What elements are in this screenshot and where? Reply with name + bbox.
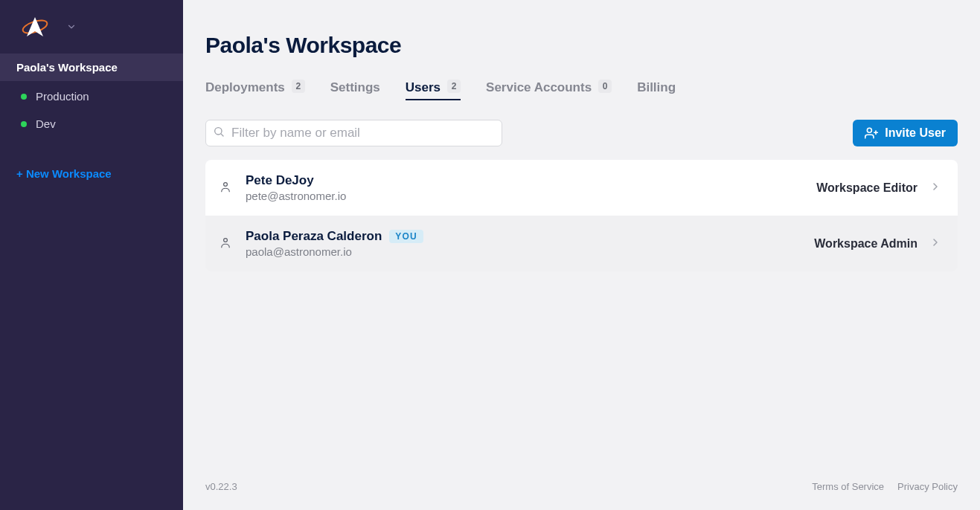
- sidebar-item-workspace[interactable]: Paola's Workspace: [0, 54, 183, 81]
- sidebar-item-production[interactable]: Production: [0, 83, 183, 110]
- user-text: Paola Peraza Calderon YOU paola@astronom…: [246, 229, 423, 258]
- sidebar-item-label: Dev: [36, 117, 56, 130]
- user-role: Workspace Admin: [814, 237, 917, 251]
- svg-point-6: [224, 182, 228, 186]
- sidebar-item-dev[interactable]: Dev: [0, 110, 183, 138]
- user-row-left: Paola Peraza Calderon YOU paola@astronom…: [219, 229, 423, 258]
- action-row: Invite User: [205, 120, 958, 146]
- user-email: paola@astronomer.io: [246, 245, 423, 258]
- you-badge: YOU: [389, 230, 423, 243]
- sidebar-item-label: Paola's Workspace: [16, 61, 118, 74]
- svg-line-2: [221, 134, 223, 136]
- user-row[interactable]: Paola Peraza Calderon YOU paola@astronom…: [205, 216, 958, 271]
- tab-deployments[interactable]: Deployments 2: [205, 80, 305, 100]
- user-text: Pete DeJoy pete@astronomer.io: [246, 173, 346, 202]
- tab-count-badge: 2: [292, 80, 305, 93]
- sidebar-nav: Paola's Workspace Production Dev + New W…: [0, 54, 183, 190]
- user-name: Paola Peraza Calderon: [246, 229, 382, 244]
- tab-label: Deployments: [205, 81, 285, 94]
- user-icon: [219, 180, 232, 196]
- tab-count-badge: 2: [447, 80, 461, 93]
- invite-user-button[interactable]: Invite User: [853, 120, 958, 146]
- footer-link-terms[interactable]: Terms of Service: [812, 481, 884, 492]
- tab-count-badge: 0: [598, 80, 612, 93]
- tab-users[interactable]: Users 2: [406, 80, 461, 100]
- user-icon: [219, 236, 232, 252]
- svg-point-3: [868, 128, 872, 132]
- chevron-down-icon: [66, 22, 77, 32]
- chevron-right-icon: [929, 236, 941, 251]
- tab-service-accounts[interactable]: Service Accounts 0: [486, 80, 612, 100]
- user-row[interactable]: Pete DeJoy pete@astronomer.io Workspace …: [205, 160, 958, 216]
- user-plus-icon: [865, 126, 878, 140]
- new-workspace-label: + New Workspace: [16, 167, 112, 180]
- footer-links: Terms of Service Privacy Policy: [812, 481, 958, 492]
- sidebar: Paola's Workspace Production Dev + New W…: [0, 0, 183, 510]
- page-title: Paola's Workspace: [205, 33, 958, 58]
- sidebar-header: [0, 0, 183, 54]
- user-name: Pete DeJoy: [246, 173, 314, 188]
- tab-settings[interactable]: Settings: [330, 81, 380, 100]
- search-wrapper: [205, 120, 502, 146]
- user-email: pete@astronomer.io: [246, 190, 346, 202]
- org-switcher-dropdown[interactable]: [61, 16, 82, 37]
- new-workspace-button[interactable]: + New Workspace: [0, 157, 183, 190]
- user-row-left: Pete DeJoy pete@astronomer.io: [219, 173, 346, 202]
- sidebar-item-label: Production: [36, 90, 89, 103]
- svg-point-7: [224, 238, 228, 242]
- search-input[interactable]: [205, 120, 502, 146]
- footer: v0.22.3 Terms of Service Privacy Policy: [205, 481, 958, 492]
- version-text: v0.22.3: [205, 481, 237, 492]
- user-list: Pete DeJoy pete@astronomer.io Workspace …: [205, 160, 958, 271]
- status-dot-icon: [21, 94, 27, 100]
- tab-label: Service Accounts: [486, 81, 592, 94]
- tab-label: Settings: [330, 81, 380, 94]
- svg-point-1: [215, 128, 222, 135]
- user-role: Workspace Editor: [816, 181, 917, 195]
- tabs: Deployments 2 Settings Users 2 Service A…: [205, 80, 958, 100]
- invite-user-label: Invite User: [885, 126, 946, 140]
- tab-label: Users: [406, 81, 441, 94]
- user-row-right: Workspace Admin: [814, 236, 941, 251]
- chevron-right-icon: [929, 181, 941, 196]
- tab-label: Billing: [637, 81, 676, 94]
- astronomer-logo: [21, 16, 49, 37]
- tab-billing[interactable]: Billing: [637, 81, 676, 100]
- main-content: Paola's Workspace Deployments 2 Settings…: [183, 0, 980, 510]
- footer-link-privacy[interactable]: Privacy Policy: [897, 481, 958, 492]
- search-icon: [213, 126, 225, 141]
- status-dot-icon: [21, 121, 27, 127]
- user-row-right: Workspace Editor: [816, 181, 941, 196]
